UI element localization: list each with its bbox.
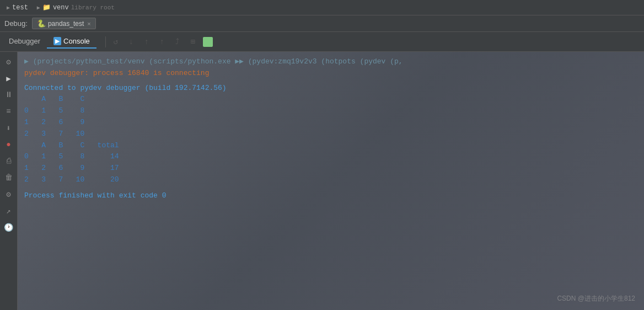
toolbar-btn-up[interactable]: ↑ (139, 34, 154, 50)
toolbar-btn-frames[interactable]: ⤴ (170, 34, 185, 50)
console-spacer-2 (24, 186, 637, 190)
console-play-icon: ▶ (53, 37, 61, 45)
sidebar: ⚙ ▶ ⏸ ≡ ⬇ ● ⎙ 🗑 ⚙ ↗ 🕐 (0, 52, 18, 310)
sidebar-icon-list[interactable]: ≡ (1, 104, 17, 119)
sidebar-icon-config[interactable]: ⚙ (1, 186, 17, 202)
arrow-icon-venv: ▶ (37, 4, 40, 11)
debug-tab-name: pandas_test (48, 20, 84, 28)
console-table1-row0: 0 1 5 8 (24, 105, 637, 117)
folder-icon: 📁 (42, 3, 51, 12)
main-area: ⚙ ▶ ⏸ ≡ ⬇ ● ⎙ 🗑 ⚙ ↗ 🕐 ▶ (projects/python… (0, 52, 644, 310)
toolbar-btn-step[interactable]: ↑ (154, 34, 170, 50)
tab-console[interactable]: ▶ Console (47, 35, 96, 49)
toolbar: Debugger ▶ Console ↺ ↓ ↑ ↑ ⤴ ⊞ (0, 32, 644, 52)
resume-button[interactable] (203, 37, 213, 47)
console-table2-header: A B C total (24, 140, 637, 152)
debug-tab[interactable]: 🐍 pandas_test × (32, 18, 96, 29)
toolbar-separator-1 (105, 36, 106, 47)
console-table1-row1: 1 2 6 9 (24, 117, 637, 129)
console-tab-label: Console (63, 37, 90, 45)
test-item-name: test (12, 4, 28, 12)
python-icon: 🐍 (37, 19, 46, 28)
sidebar-icon-print[interactable]: ⎙ (1, 153, 17, 169)
arrow-icon-test: ▶ (7, 4, 10, 11)
console-line-finished: Process finished with exit code 0 (24, 190, 637, 202)
sidebar-icon-download[interactable]: ⬇ (1, 120, 17, 136)
top-bar-item-venv[interactable]: ▶ 📁 venv library root (33, 0, 119, 15)
debug-label: Debug: (4, 19, 28, 28)
sidebar-icon-settings[interactable]: ⚙ (1, 54, 17, 70)
toolbar-btn-grid[interactable]: ⊞ (185, 34, 201, 50)
console-table2-row0: 0 1 5 8 14 (24, 151, 637, 163)
venv-item-sub: library root (71, 4, 115, 11)
venv-item-name: venv (53, 4, 69, 12)
console-table1-row2: 2 3 7 10 (24, 129, 637, 140)
sidebar-icon-stop[interactable]: ● (1, 137, 17, 152)
console-line-connected: Connected to pydev debugger (build 192.7… (24, 83, 637, 94)
close-tab-icon[interactable]: × (87, 20, 90, 27)
console-line-import: ▶ (projects/python_test/venv (scripts/py… (24, 56, 637, 68)
sidebar-icon-play[interactable]: ▶ (1, 71, 17, 86)
tab-group: Debugger ▶ Console (2, 35, 96, 49)
console-area: ▶ (projects/python_test/venv (scripts/py… (18, 52, 644, 310)
sidebar-icon-delete[interactable]: 🗑 (1, 170, 17, 185)
console-line-connecting: pydev debugger: process 16840 is connect… (24, 68, 637, 79)
toolbar-btn-down[interactable]: ↓ (124, 34, 139, 50)
console-table1-header: A B C (24, 94, 637, 105)
sidebar-icon-clock[interactable]: 🕐 (1, 220, 17, 235)
watermark: CSDN @进击的小学生812 (557, 294, 635, 303)
top-bar-item-test[interactable]: ▶ test (2, 0, 33, 15)
toolbar-btn-rerun[interactable]: ↺ (108, 34, 124, 50)
console-table2-row1: 1 2 6 9 17 (24, 163, 637, 174)
tab-debugger[interactable]: Debugger (2, 35, 47, 49)
debugger-tab-label: Debugger (9, 37, 40, 45)
sidebar-icon-pause[interactable]: ⏸ (1, 87, 17, 103)
debug-bar: Debug: 🐍 pandas_test × (0, 15, 644, 32)
sidebar-icon-external[interactable]: ↗ (1, 203, 17, 218)
console-table2-row2: 2 3 7 10 20 (24, 174, 637, 186)
top-bar: ▶ test ▶ 📁 venv library root (0, 0, 644, 15)
